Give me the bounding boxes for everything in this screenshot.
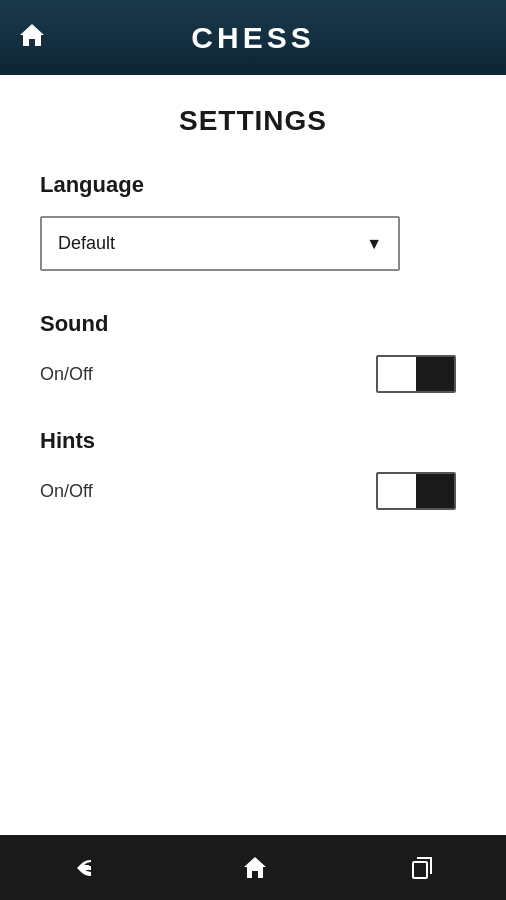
hints-toggle[interactable]: [376, 472, 456, 510]
sound-label: Sound: [40, 311, 466, 337]
hints-toggle-row: On/Off: [40, 472, 466, 510]
language-section: Language Default ▼: [40, 172, 466, 271]
bottom-navigation: [0, 835, 506, 900]
sound-section: Sound On/Off: [40, 311, 466, 393]
home-button[interactable]: [18, 22, 46, 54]
svg-rect-0: [413, 862, 427, 878]
sound-toggle[interactable]: [376, 355, 456, 393]
toggle-off-half: [378, 357, 416, 391]
recent-apps-button[interactable]: [391, 846, 455, 890]
chevron-down-icon: ▼: [366, 235, 382, 253]
sound-toggle-row: On/Off: [40, 355, 466, 393]
toggle-off-half: [378, 474, 416, 508]
app-header: CHESS: [0, 0, 506, 75]
hints-label: Hints: [40, 428, 466, 454]
toggle-on-half: [416, 474, 454, 508]
app-title: CHESS: [191, 21, 314, 55]
language-value: Default: [58, 233, 115, 254]
sound-toggle-label: On/Off: [40, 364, 93, 385]
page-title: SETTINGS: [40, 105, 466, 137]
toggle-on-half: [416, 357, 454, 391]
hints-toggle-label: On/Off: [40, 481, 93, 502]
back-button[interactable]: [51, 844, 119, 892]
language-dropdown[interactable]: Default ▼: [40, 216, 400, 271]
nav-home-button[interactable]: [222, 845, 288, 891]
language-label: Language: [40, 172, 466, 198]
settings-content: SETTINGS Language Default ▼ Sound On/Off…: [0, 75, 506, 835]
hints-section: Hints On/Off: [40, 428, 466, 510]
